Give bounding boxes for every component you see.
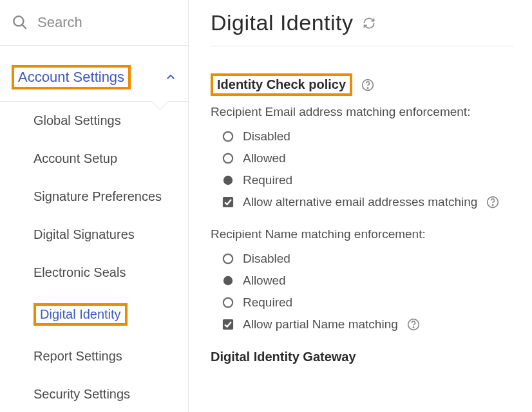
page-title: Digital Identity [211,10,354,35]
radio-name-allowed[interactable]: Allowed [211,270,514,292]
radio-email-disabled[interactable]: Disabled [211,126,514,147]
search-input[interactable]: Search [0,0,188,46]
main-content: Digital Identity Identity Check policy R… [189,0,532,412]
svg-point-4 [223,132,233,141]
svg-rect-7 [223,197,233,207]
checkbox-allow-alt-email[interactable]: Allow alternative email addresses matchi… [211,191,514,213]
help-icon[interactable] [407,318,420,331]
sidebar-item-label: Digital Signatures [33,227,135,241]
section-label: Account Settings [18,69,124,85]
svg-point-6 [223,176,233,185]
help-icon[interactable] [361,79,374,91]
svg-point-3 [367,87,368,88]
sidebar-section-account-settings[interactable]: Account Settings [0,46,188,102]
sidebar-item-account-setup[interactable]: Account Setup [0,140,188,178]
option-label: Required [243,295,292,310]
page-title-row: Digital Identity [211,10,514,46]
radio-unselected-icon [222,253,234,265]
checkbox-checked-icon [222,319,234,330]
radio-selected-icon [222,275,234,286]
option-label: Disabled [243,129,290,144]
checkbox-label: Allow alternative email addresses matchi… [243,195,477,209]
app-frame: Search Account Settings Global Settings … [0,0,532,412]
sidebar: Search Account Settings Global Settings … [0,0,189,412]
svg-point-9 [493,205,493,205]
sidebar-item-label: Digital Identity [40,307,121,321]
sidebar-item-label: Account Setup [33,151,117,165]
field-label: Recipient Email address matching enforce… [211,105,514,119]
search-placeholder: Search [37,14,82,31]
svg-point-11 [223,276,233,285]
chevron-up-icon [165,71,176,83]
radio-unselected-icon [222,297,234,308]
checkbox-label: Allow partial Name matching [243,317,398,332]
svg-point-5 [223,154,233,163]
option-label: Allowed [243,151,286,165]
identity-check-policy-highlight: Identity Check policy [211,73,352,96]
svg-line-1 [22,24,26,28]
svg-point-0 [14,16,23,26]
section-heading: Identity Check policy [217,77,346,91]
digital-identity-gateway-heading: Digital Identity Gateway [211,350,514,364]
sidebar-item-electronic-seals[interactable]: Electronic Seals [0,254,188,292]
sidebar-item-label: Signature Preferences [33,189,162,203]
sidebar-item-security-settings[interactable]: Security Settings [0,375,188,412]
email-matching-block: Recipient Email address matching enforce… [211,105,514,213]
svg-rect-13 [223,319,233,330]
svg-point-15 [413,327,413,328]
option-label: Allowed [243,274,286,288]
option-label: Disabled [243,252,290,266]
radio-unselected-icon [222,153,234,164]
sidebar-item-report-settings[interactable]: Report Settings [0,337,188,375]
name-matching-block: Recipient Name matching enforcement: Dis… [211,227,514,335]
identity-check-policy-heading-row: Identity Check policy [211,73,514,96]
svg-point-10 [223,254,233,263]
help-icon[interactable] [486,196,499,209]
radio-selected-icon [222,174,234,186]
digital-identity-highlight: Digital Identity [33,303,128,326]
sidebar-item-label: Electronic Seals [33,265,126,279]
radio-name-disabled[interactable]: Disabled [211,248,514,270]
svg-point-12 [223,298,233,307]
search-icon [12,14,28,31]
checkbox-checked-icon [222,196,234,208]
sidebar-item-label: Global Settings [33,113,121,127]
radio-unselected-icon [222,131,234,142]
sidebar-item-digital-signatures[interactable]: Digital Signatures [0,216,188,254]
radio-email-allowed[interactable]: Allowed [211,147,514,169]
checkbox-allow-partial-name[interactable]: Allow partial Name matching [211,314,514,335]
account-settings-highlight: Account Settings [12,65,131,89]
radio-name-required[interactable]: Required [211,292,514,314]
sidebar-item-digital-identity[interactable]: Digital Identity [0,292,188,337]
refresh-icon[interactable] [363,17,375,30]
option-label: Required [243,173,292,187]
sidebar-item-label: Report Settings [33,349,122,363]
sidebar-item-label: Security Settings [33,387,130,401]
sidebar-item-signature-preferences[interactable]: Signature Preferences [0,178,188,216]
field-label: Recipient Name matching enforcement: [211,227,514,241]
radio-email-required[interactable]: Required [211,169,514,191]
